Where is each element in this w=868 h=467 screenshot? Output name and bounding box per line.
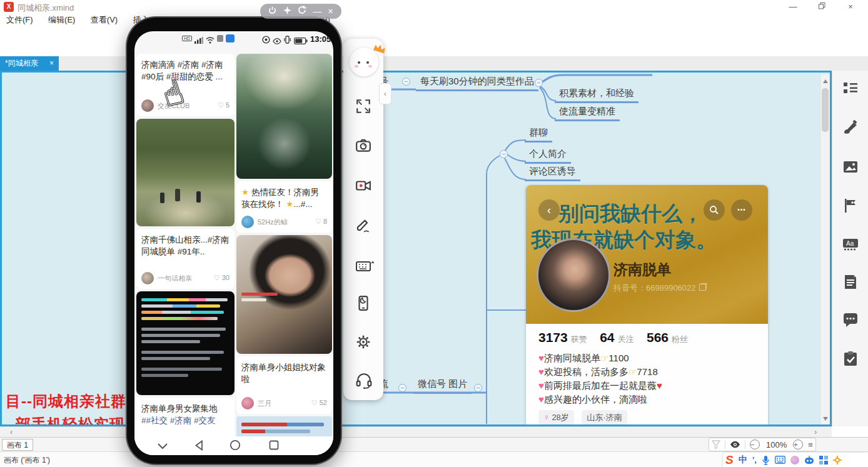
toolbar-collapse-handle[interactable]: ‹: [379, 83, 391, 104]
scroll-right-arrow[interactable]: ›: [814, 427, 817, 437]
ime-assistant-button[interactable]: [804, 456, 814, 464]
zoom-level: 100%: [766, 440, 787, 449]
ime-mic-button[interactable]: [762, 455, 770, 465]
profile-search-button[interactable]: [704, 199, 725, 221]
fullscreen-button[interactable]: [355, 98, 371, 114]
canal-video-thumbnail[interactable]: [236, 54, 332, 179]
settings-button[interactable]: [355, 334, 371, 350]
text-line-decor: [141, 304, 220, 308]
vertical-scroll-thumb[interactable]: [822, 88, 829, 132]
collapse-circle[interactable]: −: [535, 79, 543, 87]
topic-daily-browse[interactable]: 每天刷30分钟的同类型作品: [416, 75, 538, 91]
ime-toolbox-button[interactable]: [819, 456, 828, 464]
rotate-button[interactable]: [298, 4, 306, 19]
horizontal-scrollbar[interactable]: ‹ ›: [0, 426, 832, 437]
topic-accumulate[interactable]: 积累素材，和经验: [555, 87, 638, 103]
topic-wechat-image[interactable]: 微信号 图片: [413, 378, 472, 394]
favorite-button[interactable]: [283, 4, 291, 19]
annotate-brush-button[interactable]: [355, 218, 371, 234]
like-icon[interactable]: ♡: [311, 399, 318, 406]
like-icon[interactable]: ♡: [315, 218, 321, 225]
task-checklist-button[interactable]: [842, 351, 859, 367]
nav-recent-button[interactable]: [269, 440, 279, 453]
support-button[interactable]: [355, 373, 371, 389]
ime-settings-button[interactable]: [833, 456, 842, 464]
record-button[interactable]: [355, 178, 371, 194]
douyin-profile-image-node[interactable]: ‹ ••• 别问我缺什么， 我现在就缺个对象。 济南脱单 抖音号：6698990…: [526, 185, 768, 426]
format-brush-button[interactable]: [842, 119, 859, 136]
restore-button[interactable]: [809, 0, 834, 14]
mindmap-canvas[interactable]: 号 每天刷30分钟的同类型作品 积累素材，和经验 使流量变精准 群聊 个人简介 …: [0, 71, 832, 426]
mirror-mascot-icon[interactable]: [349, 47, 379, 77]
fit-menu-button[interactable]: ≡: [808, 440, 813, 449]
notes-button[interactable]: [842, 274, 859, 290]
nav-collapse-button[interactable]: [157, 441, 168, 453]
profile-avatar[interactable]: [537, 238, 610, 312]
post-card[interactable]: 济南千佛山相亲...#济南同城脱单 #91年.. 一句话相亲 ♡ 30: [136, 229, 235, 289]
scroll-left-arrow[interactable]: ‹: [10, 427, 13, 437]
post-user: 一句话相亲: [158, 274, 192, 283]
nav-back-button[interactable]: [194, 440, 203, 453]
topic-group-chat[interactable]: 群聊: [525, 126, 552, 143]
topic-comment-guide[interactable]: 评论区诱导: [525, 165, 580, 181]
like-icon[interactable]: ♡: [214, 274, 220, 281]
collapse-circle[interactable]: −: [500, 150, 508, 158]
minimize-button[interactable]: —: [780, 0, 805, 14]
keyboard-icon: [775, 456, 785, 464]
comment-button[interactable]: [842, 313, 859, 329]
sogou-logo-icon[interactable]: S: [725, 453, 734, 467]
ime-punctuation[interactable]: ’,: [752, 455, 757, 464]
screenshot-button[interactable]: [355, 138, 371, 154]
zoom-out-button[interactable]: −: [750, 439, 760, 449]
ime-keyboard-button[interactable]: [775, 456, 785, 464]
mirror-minimize-button[interactable]: —: [313, 4, 321, 19]
like-icon[interactable]: ♡: [218, 101, 224, 109]
topic-red-line2[interactable]: 部手机轻松实现月: [16, 414, 141, 426]
marker-flag-button[interactable]: [842, 198, 859, 214]
topic-profile-intro[interactable]: 个人简介: [525, 148, 571, 164]
keyboard-button[interactable]: [355, 258, 371, 274]
text-image-post[interactable]: [136, 291, 235, 395]
zoom-in-button[interactable]: +: [793, 439, 803, 449]
collapse-circle[interactable]: −: [398, 384, 406, 392]
collapse-circle[interactable]: −: [474, 384, 482, 392]
menu-view[interactable]: 查看(V): [84, 14, 124, 26]
ime-skin-icon[interactable]: [790, 456, 799, 464]
show-hide-button[interactable]: [730, 441, 740, 448]
scroll-down-arrow[interactable]: [823, 417, 828, 421]
filter-button[interactable]: [712, 440, 720, 449]
avatar[interactable]: [241, 216, 254, 228]
menu-edit[interactable]: 编辑(E): [42, 14, 81, 26]
power-button[interactable]: [268, 4, 276, 19]
collapse-circle[interactable]: −: [402, 78, 410, 86]
mirror-close-button[interactable]: ×: [328, 4, 333, 19]
topic-precise-traffic[interactable]: 使流量变精准: [555, 105, 620, 121]
menu-file[interactable]: 文件(F): [0, 14, 39, 26]
post-card[interactable]: 济南单身小姐姐找对象啦 三月 ♡ 52: [236, 356, 332, 414]
phone-screen[interactable]: HD: [134, 31, 333, 455]
post-card[interactable]: ★ 热情征友！济南男孩在找你！ ★...#... 52Hz的鲸 ♡ 8: [236, 181, 332, 233]
topic-red-line1[interactable]: 目--同城相亲社群，: [6, 391, 142, 411]
vertical-scrollbar[interactable]: [820, 74, 830, 426]
girl-video-thumbnail[interactable]: [236, 235, 332, 354]
ime-mode-chinese[interactable]: 中: [739, 454, 747, 466]
phone-sleep-button[interactable]: [355, 295, 371, 311]
sheet-tab-canvas1[interactable]: 画布 1: [2, 439, 33, 451]
scroll-up-arrow[interactable]: [823, 79, 828, 83]
outline-structure-button[interactable]: [842, 80, 859, 96]
nav-home-button[interactable]: [230, 439, 241, 453]
close-button[interactable]: ×: [838, 0, 863, 14]
copy-icon[interactable]: [699, 284, 706, 291]
label-button[interactable]: Aa: [842, 236, 859, 252]
back-button[interactable]: ‹: [538, 199, 560, 221]
avatar[interactable]: [241, 397, 254, 409]
park-video-thumbnail[interactable]: [136, 119, 235, 226]
avatar[interactable]: [141, 99, 154, 112]
file-tab-close-icon[interactable]: ×: [49, 56, 54, 71]
image-icon: [842, 159, 859, 175]
post-card[interactable]: 济南单身男女聚集地 ##社交 #济南 #交友: [136, 398, 235, 436]
more-button[interactable]: •••: [731, 199, 752, 221]
insert-image-button[interactable]: [842, 159, 859, 175]
file-tab-active[interactable]: *同城相亲 ×: [0, 56, 59, 71]
avatar[interactable]: [141, 272, 154, 284]
